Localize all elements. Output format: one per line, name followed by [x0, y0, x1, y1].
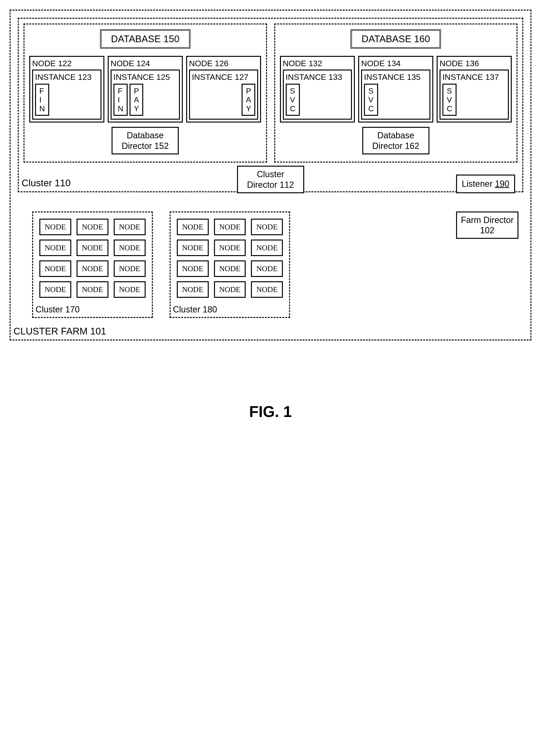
node-124: NODE 124 INSTANCE 125 F I N P A Y	[108, 56, 183, 123]
mini-node: NODE	[177, 260, 209, 277]
node-136-services: S V C	[442, 84, 506, 116]
mini-node: NODE	[177, 240, 209, 256]
instance-123-label: INSTANCE 123	[35, 73, 99, 82]
instance-137-label: INSTANCE 137	[442, 73, 506, 82]
cluster-farm-box: DATABASE 150 NODE 122 INSTANCE 123 F I N	[10, 10, 531, 341]
cluster-170-grid: NODENODENODENODENODENODENODENODENODENODE…	[39, 219, 146, 298]
node-136-label: NODE 136	[439, 59, 509, 68]
instance-135: INSTANCE 135 S V C	[361, 70, 430, 120]
service-pay: P A Y	[130, 84, 143, 116]
mini-node: NODE	[114, 240, 146, 256]
mini-node: NODE	[214, 240, 246, 256]
node-134-label: NODE 134	[361, 59, 430, 68]
mini-node: NODE	[177, 219, 209, 235]
service-svc: S V C	[364, 84, 378, 116]
instance-125-label: INSTANCE 125	[114, 73, 177, 82]
mini-node: NODE	[177, 281, 209, 298]
mini-node: NODE	[214, 219, 246, 235]
instance-123: INSTANCE 123 F I N	[32, 70, 102, 120]
instance-137: INSTANCE 137 S V C	[439, 70, 509, 120]
database-150-box: DATABASE 150 NODE 122 INSTANCE 123 F I N	[24, 24, 267, 162]
listener-text: Listener	[462, 179, 495, 189]
node-126-services: P A Y	[192, 84, 256, 116]
service-svc: S V C	[286, 84, 300, 116]
service-pay: P A Y	[242, 84, 255, 116]
database-row: DATABASE 150 NODE 122 INSTANCE 123 F I N	[24, 24, 517, 162]
mini-node: NODE	[251, 260, 283, 277]
mini-node: NODE	[251, 281, 283, 298]
node-124-label: NODE 124	[111, 59, 180, 68]
service-fin: F I N	[35, 84, 49, 116]
cluster-180-label: Cluster 180	[173, 305, 217, 315]
listener-190: Listener 190	[456, 174, 515, 193]
mini-node: NODE	[39, 281, 71, 298]
listener-number: 190	[495, 179, 509, 189]
cluster-110-label: Cluster 110	[22, 178, 71, 188]
node-122-services: F I N	[35, 84, 99, 116]
node-134-services: S V C	[364, 84, 427, 116]
node-126: NODE 126 INSTANCE 127 P A Y	[186, 56, 261, 123]
node-134: NODE 134 INSTANCE 135 S V C	[358, 56, 433, 123]
instance-125: INSTANCE 125 F I N P A Y	[111, 70, 180, 120]
node-122: NODE 122 INSTANCE 123 F I N	[29, 56, 104, 123]
database-160-box: DATABASE 160 NODE 132 INSTANCE 133 S V C	[274, 24, 518, 162]
database-director-162: Database Director 162	[362, 127, 429, 154]
mini-node: NODE	[77, 219, 109, 235]
database-150-title: DATABASE 150	[100, 29, 191, 49]
cluster-110-box: DATABASE 150 NODE 122 INSTANCE 123 F I N	[18, 18, 523, 192]
figure-caption: FIG. 1	[10, 403, 531, 420]
cluster-170-label: Cluster 170	[36, 305, 80, 315]
cluster-180-box: NODENODENODENODENODENODENODENODENODENODE…	[170, 211, 290, 318]
instance-133-label: INSTANCE 133	[286, 73, 349, 82]
database-director-152: Database Director 152	[112, 127, 179, 154]
instance-127-label: INSTANCE 127	[192, 73, 256, 82]
node-126-label: NODE 126	[189, 59, 259, 68]
mini-node: NODE	[214, 260, 246, 277]
mini-node: NODE	[114, 260, 146, 277]
farm-director-102: Farm Director 102	[456, 211, 518, 239]
cluster-170-box: NODENODENODENODENODENODENODENODENODENODE…	[32, 211, 153, 318]
mini-node: NODE	[39, 240, 71, 256]
mini-node: NODE	[251, 240, 283, 256]
lower-clusters-row: NODENODENODENODENODENODENODENODENODENODE…	[18, 211, 523, 318]
db160-nodes-row: NODE 132 INSTANCE 133 S V C NODE 134	[280, 56, 512, 123]
service-svc: S V C	[442, 84, 456, 116]
mini-node: NODE	[251, 219, 283, 235]
instance-127: INSTANCE 127 P A Y	[189, 70, 259, 120]
node-136: NODE 136 INSTANCE 137 S V C	[437, 56, 512, 123]
service-fin: F I N	[114, 84, 128, 116]
node-124-services: F I N P A Y	[114, 84, 177, 116]
mini-node: NODE	[77, 260, 109, 277]
mini-node: NODE	[77, 240, 109, 256]
mini-node: NODE	[114, 219, 146, 235]
instance-135-label: INSTANCE 135	[364, 73, 427, 82]
cluster-farm-label: CLUSTER FARM 101	[13, 326, 106, 337]
mini-node: NODE	[214, 281, 246, 298]
db150-nodes-row: NODE 122 INSTANCE 123 F I N NODE 124	[29, 56, 261, 123]
mini-node: NODE	[77, 281, 109, 298]
mini-node: NODE	[114, 281, 146, 298]
node-122-label: NODE 122	[32, 59, 102, 68]
instance-133: INSTANCE 133 S V C	[283, 70, 352, 120]
mini-node: NODE	[39, 260, 71, 277]
database-160-title: DATABASE 160	[350, 29, 441, 49]
mini-node: NODE	[39, 219, 71, 235]
node-132: NODE 132 INSTANCE 133 S V C	[280, 56, 355, 123]
node-132-label: NODE 132	[283, 59, 352, 68]
node-132-services: S V C	[286, 84, 349, 116]
cluster-180-grid: NODENODENODENODENODENODENODENODENODENODE…	[177, 219, 283, 298]
cluster-director-112: Cluster Director 112	[237, 166, 304, 193]
